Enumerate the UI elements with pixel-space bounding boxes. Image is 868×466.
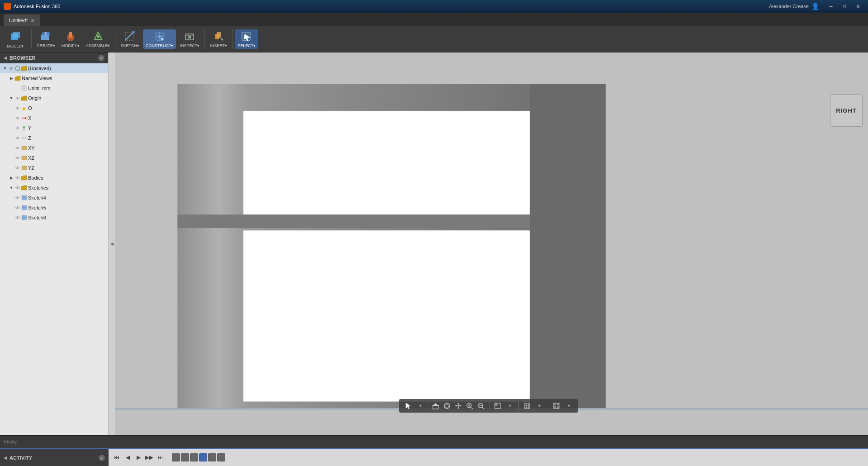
activity-collapse-icon[interactable]: ◀ — [4, 456, 7, 460]
tree-label-units: Units: mm — [28, 86, 51, 91]
tab-close-icon[interactable]: ✕ — [31, 18, 34, 23]
svg-rect-21 — [189, 36, 191, 38]
toggle-named-views[interactable]: ▶ — [8, 76, 14, 81]
timeline-play-btn[interactable]: ▶ — [134, 453, 143, 462]
timeline-marker-1[interactable] — [172, 453, 180, 461]
browser-collapse-bar[interactable]: ◀ — [109, 52, 115, 435]
eye-icon-Z[interactable]: 👁 — [14, 135, 21, 141]
eye-icon-XY[interactable]: 👁 — [14, 145, 21, 151]
tree-node-sketch6[interactable]: 👁 Sketch6 — [0, 213, 108, 223]
zoom-out-btn[interactable] — [475, 400, 486, 411]
inspect-icon — [183, 30, 196, 43]
close-button[interactable]: ✕ — [852, 2, 864, 11]
eye-icon-origin[interactable]: 👁 — [14, 95, 21, 101]
eye-icon-O[interactable]: 👁 — [14, 105, 21, 111]
eye-icon-YZ[interactable]: 👁 — [14, 165, 21, 171]
toolbar-group-construct[interactable]: ▶ CONSTRUCT▾ — [143, 29, 176, 49]
tree-label-sketches: Sketches — [28, 185, 48, 190]
svg-line-10 — [125, 32, 133, 40]
toggle-root[interactable]: ▼ — [2, 66, 8, 71]
tree-node-X[interactable]: 👁 X — [0, 113, 108, 123]
eye-icon-sketches[interactable]: 👁 — [14, 185, 21, 191]
eye-icon-sketch5[interactable]: 👁 — [14, 204, 21, 211]
tree-node-units[interactable]: ▶ Units: mm — [0, 83, 108, 93]
timeline-start-btn[interactable]: ⏮ — [112, 453, 121, 462]
timeline-prev-btn[interactable]: ◀ — [123, 453, 132, 462]
toolbar-divider-3 — [204, 29, 205, 49]
eye-icon-X[interactable]: 👁 — [14, 115, 21, 121]
eye-icon-Y[interactable]: 👁 — [14, 125, 21, 131]
svg-rect-85 — [554, 406, 556, 409]
zoom-in-btn[interactable] — [464, 400, 475, 411]
display-dropdown[interactable]: ▼ — [505, 400, 516, 411]
tree-node-Z[interactable]: 👁 Z — [0, 133, 108, 143]
grid-btn[interactable] — [522, 400, 532, 411]
timeline-marker-5[interactable] — [208, 453, 216, 461]
timeline-marker-3[interactable] — [190, 453, 198, 461]
model-label: MODEL▾ — [7, 44, 24, 48]
tree-node-XY[interactable]: 👁 XY — [0, 143, 108, 153]
snap-dropdown[interactable]: ▼ — [564, 400, 574, 411]
tree-node-root[interactable]: ▼ 👁 (Unsaved) — [0, 63, 108, 73]
tree-node-sketches[interactable]: ▼ 👁 Sketches — [0, 183, 108, 193]
tree-node-named-views[interactable]: ▶ Named Views — [0, 73, 108, 83]
toolbar-group-modify[interactable]: MODIFY▾ — [59, 29, 82, 49]
timeline-next-btn[interactable]: ▶▶ — [145, 453, 154, 462]
orbit-btn[interactable] — [441, 400, 452, 411]
eye-icon-root[interactable]: 👁 — [8, 65, 14, 71]
tree-node-XZ[interactable]: 👁 XZ — [0, 153, 108, 163]
home-btn[interactable] — [430, 400, 441, 411]
timeline-marker-2[interactable] — [181, 453, 189, 461]
tree-node-Y[interactable]: 👁 Y — [0, 123, 108, 133]
timeline-end-btn[interactable]: ⏭ — [156, 453, 165, 462]
eye-icon-sketch4[interactable]: 👁 — [14, 195, 21, 201]
timeline-track[interactable] — [168, 449, 868, 466]
shape-icon-root — [14, 65, 21, 71]
activity-pin-icon[interactable]: ● — [99, 455, 105, 461]
cursor-btn[interactable] — [403, 400, 413, 411]
display-mode-btn[interactable] — [492, 400, 503, 411]
maximize-button[interactable]: □ — [838, 2, 851, 11]
tree-node-YZ[interactable]: 👁 YZ — [0, 163, 108, 173]
view-cube[interactable]: RIGHT — [828, 92, 864, 128]
svg-line-24 — [221, 38, 223, 40]
tab-untitled[interactable]: Untitled* ✕ — [4, 14, 40, 26]
grid-dropdown[interactable]: ▼ — [534, 400, 545, 411]
tree-node-origin[interactable]: ▼ 👁 Origin — [0, 93, 108, 103]
insert-label: INSERT▾ — [210, 43, 227, 48]
cursor-dropdown[interactable]: ▼ — [415, 400, 426, 411]
toolbar-group-inspect[interactable]: INSPECT▾ — [177, 29, 202, 49]
tree-node-O[interactable]: 👁 ◆ O — [0, 103, 108, 113]
toolbar-group-insert[interactable]: INSERT▾ — [207, 29, 230, 49]
snap-btn[interactable] — [551, 400, 562, 411]
eye-icon-sketch6[interactable]: 👁 — [14, 214, 21, 221]
toolbar-group-select[interactable]: SELECT▾ — [235, 29, 258, 49]
vp-divider-3 — [548, 401, 548, 410]
construct-icon: ▶ — [153, 30, 166, 43]
minimize-button[interactable]: ─ — [825, 2, 837, 11]
toggle-origin[interactable]: ▼ — [8, 96, 14, 100]
user-icon[interactable]: 👤 — [811, 3, 819, 10]
eye-icon-XZ[interactable]: 👁 — [14, 155, 21, 161]
svg-marker-66 — [455, 405, 456, 407]
browser-collapse-icon[interactable]: ◀ — [4, 56, 7, 60]
tree-node-bodies[interactable]: ▶ 👁 Bodies — [0, 173, 108, 183]
timeline-marker-6[interactable] — [217, 453, 225, 461]
toggle-bodies[interactable]: ▶ — [8, 176, 14, 180]
eye-icon-bodies[interactable]: 👁 — [14, 175, 21, 181]
canvas-area[interactable]: RIGHT — [109, 52, 868, 435]
viewport[interactable]: ▼ — [109, 52, 868, 435]
tree-node-sketch5[interactable]: 👁 Sketch5 — [0, 203, 108, 213]
doc-icon-units — [21, 85, 27, 91]
pan-btn[interactable] — [453, 400, 464, 411]
timeline-marker-4[interactable] — [199, 453, 207, 461]
view-cube-face[interactable]: RIGHT — [830, 94, 863, 127]
toggle-sketches[interactable]: ▼ — [8, 185, 14, 190]
toolbar-group-assemble[interactable]: ASSEMBLE▾ — [83, 29, 113, 49]
toolbar-group-create[interactable]: CREATE▾ — [34, 29, 58, 49]
toolbar-group-sketch[interactable]: SKETCH▾ — [118, 29, 142, 49]
svg-rect-51 — [243, 111, 533, 214]
browser-pin-icon[interactable]: ● — [98, 55, 104, 61]
model-selector[interactable]: MODEL▾ — [2, 28, 29, 50]
tree-node-sketch4[interactable]: 👁 Sketch4 — [0, 193, 108, 203]
